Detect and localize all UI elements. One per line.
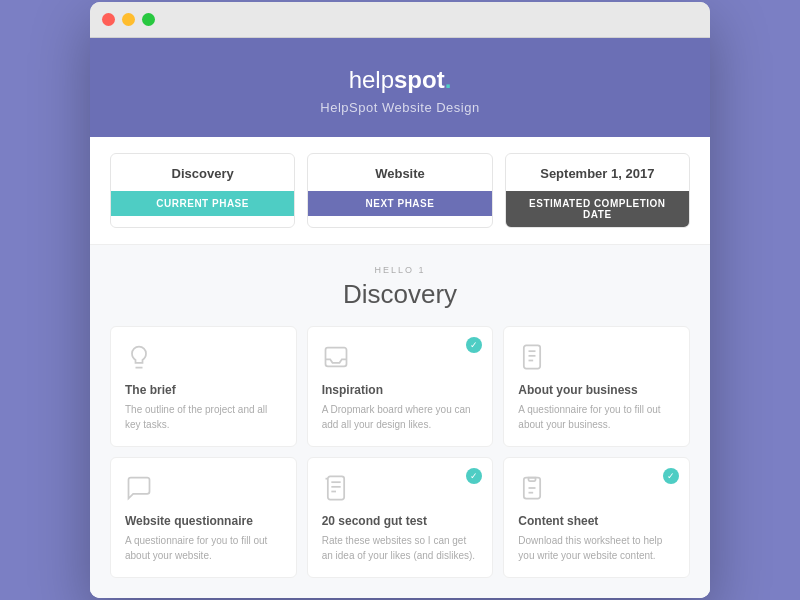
card-gut-test[interactable]: ✓ 20 second gut test Rate these websites… [307,457,494,578]
section-title: Discovery [110,279,690,310]
svg-rect-5 [327,476,343,499]
card-title-about: About your business [518,383,675,397]
card-inspiration[interactable]: ✓ Inspiration A Dropmark board where you… [307,326,494,447]
clipboard-icon [518,474,546,502]
minimize-button[interactable] [122,13,135,26]
phase-title-date: September 1, 2017 [506,154,689,191]
document-icon [518,343,546,371]
check-badge-inspiration: ✓ [466,337,482,353]
phase-badge-current: Current Phase [111,191,294,216]
card-brief[interactable]: The brief The outline of the project and… [110,326,297,447]
svg-rect-1 [524,345,540,368]
chat-icon [125,474,153,502]
card-title-questionnaire: Website questionnaire [125,514,282,528]
check-badge-content: ✓ [663,468,679,484]
section-label: HELLO 1 [110,265,690,275]
card-desc-inspiration: A Dropmark board where you can add all y… [322,402,479,432]
browser-content: helpspot. HelpSpot Website Design Discov… [90,38,710,598]
phase-badge-next: Next Phase [308,191,491,216]
main-content: HELLO 1 Discovery The brief The outline … [90,245,710,598]
card-title-brief: The brief [125,383,282,397]
header-section: helpspot. HelpSpot Website Design [90,38,710,137]
card-desc-content: Download this worksheet to help you writ… [518,533,675,563]
card-content-sheet[interactable]: ✓ Content sheet Download this worksheet … [503,457,690,578]
logo-text-light: help [349,66,394,93]
card-title-content: Content sheet [518,514,675,528]
maximize-button[interactable] [142,13,155,26]
card-desc-about: A questionnaire for you to fill out abou… [518,402,675,432]
card-title-gut: 20 second gut test [322,514,479,528]
logo-dot: . [445,66,452,93]
phase-bar: Discovery Current Phase Website Next Pha… [90,137,710,245]
logo: helpspot. [110,66,690,94]
card-desc-gut: Rate these websites so I can get an idea… [322,533,479,563]
cards-grid: The brief The outline of the project and… [110,326,690,578]
phase-card-date[interactable]: September 1, 2017 Estimated Completion D… [505,153,690,228]
phase-card-website[interactable]: Website Next Phase [307,153,492,228]
logo-text-bold: spot [394,66,445,93]
phase-badge-date: Estimated Completion Date [506,191,689,227]
check-badge-gut: ✓ [466,468,482,484]
document-list-icon [322,474,350,502]
close-button[interactable] [102,13,115,26]
card-website-questionnaire[interactable]: Website questionnaire A questionnaire fo… [110,457,297,578]
card-desc-brief: The outline of the project and all key t… [125,402,282,432]
page-subtitle: HelpSpot Website Design [110,100,690,115]
bulb-icon [125,343,153,371]
card-title-inspiration: Inspiration [322,383,479,397]
phase-title-discovery: Discovery [111,154,294,191]
phase-card-discovery[interactable]: Discovery Current Phase [110,153,295,228]
browser-titlebar [90,2,710,38]
phase-title-website: Website [308,154,491,191]
browser-window: helpspot. HelpSpot Website Design Discov… [90,2,710,598]
card-about-business[interactable]: About your business A questionnaire for … [503,326,690,447]
card-desc-questionnaire: A questionnaire for you to fill out abou… [125,533,282,563]
inbox-icon [322,343,350,371]
